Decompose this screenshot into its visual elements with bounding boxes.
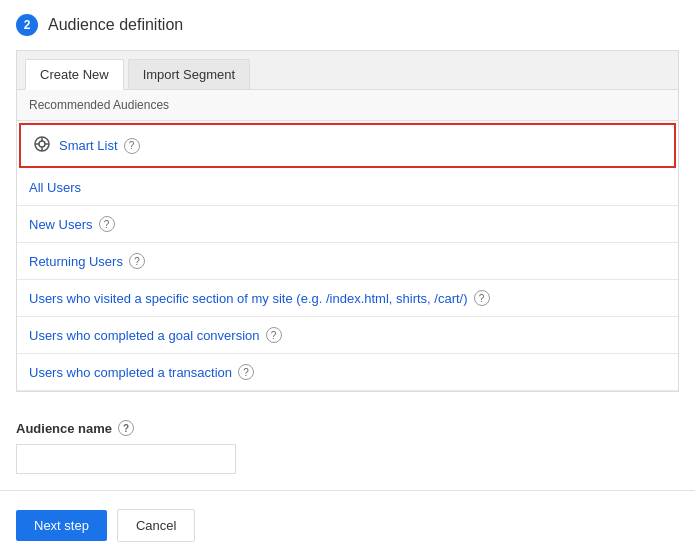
tab-import-segment[interactable]: Import Segment [128,59,251,89]
step2-circle: 2 [16,14,38,36]
audience-name-help-icon[interactable]: ? [118,420,134,436]
completed-goal-help-icon[interactable]: ? [266,327,282,343]
next-step-button[interactable]: Next step [16,510,107,541]
recommended-label: Recommended Audiences [17,90,678,121]
step2-title: Audience definition [48,16,183,34]
audience-list: Smart List ? All Users New Users ? Retur… [17,123,678,391]
new-users-help-icon[interactable]: ? [99,216,115,232]
completed-transaction-help-icon[interactable]: ? [238,364,254,380]
audience-item-new-users[interactable]: New Users ? [17,206,678,243]
audience-item-visited-section[interactable]: Users who visited a specific section of … [17,280,678,317]
audience-item-all-users[interactable]: All Users [17,170,678,206]
step2-header: 2 Audience definition [0,0,695,50]
returning-users-help-icon[interactable]: ? [129,253,145,269]
audience-item-smart-list[interactable]: Smart List ? [19,123,676,168]
audience-item-completed-transaction[interactable]: Users who completed a transaction ? [17,354,678,391]
smart-list-icon [33,135,51,156]
tab-create-new[interactable]: Create New [25,59,124,90]
audience-name-section: Audience name ? [0,408,695,482]
cancel-button[interactable]: Cancel [117,509,195,542]
audience-panel: Create New Import Segment Recommended Au… [16,50,679,392]
divider [0,490,695,491]
smart-list-help-icon[interactable]: ? [124,138,140,154]
svg-point-1 [39,141,45,147]
action-bar: Next step Cancel [0,499,695,552]
visited-section-label: Users who visited a specific section of … [29,291,468,306]
audience-item-completed-goal[interactable]: Users who completed a goal conversion ? [17,317,678,354]
completed-goal-label: Users who completed a goal conversion [29,328,260,343]
tab-bar: Create New Import Segment [17,51,678,90]
returning-users-label: Returning Users [29,254,123,269]
visited-section-help-icon[interactable]: ? [474,290,490,306]
completed-transaction-label: Users who completed a transaction [29,365,232,380]
audience-name-input[interactable] [16,444,236,474]
new-users-label: New Users [29,217,93,232]
all-users-label: All Users [29,180,81,195]
audience-item-returning-users[interactable]: Returning Users ? [17,243,678,280]
audience-name-label: Audience name ? [16,420,679,436]
smart-list-label: Smart List [59,138,118,153]
